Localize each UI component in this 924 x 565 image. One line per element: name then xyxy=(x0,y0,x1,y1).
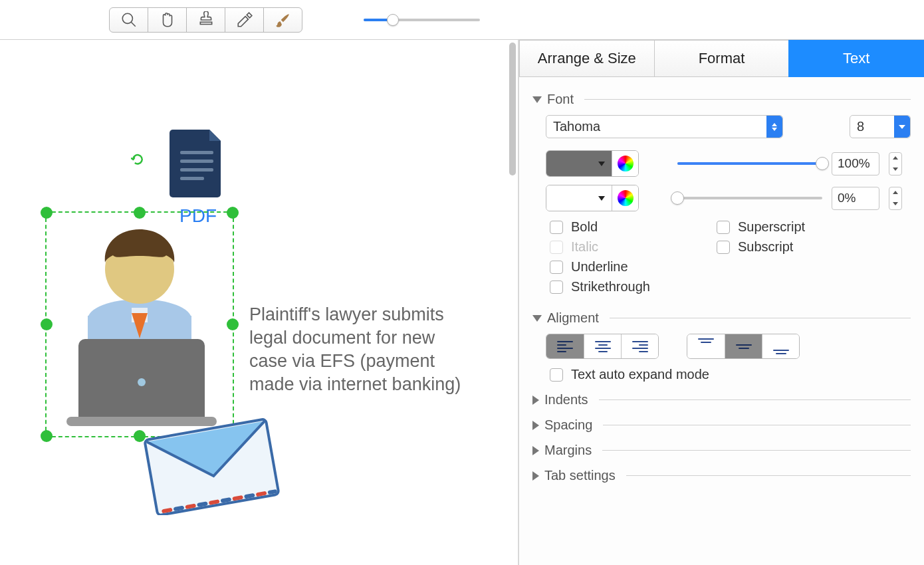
valign-middle-button[interactable] xyxy=(725,334,762,358)
check-superscript[interactable]: Superscript xyxy=(717,219,805,235)
check-strikethrough[interactable]: Strikethrough xyxy=(550,279,650,294)
section-spacing-title: Spacing xyxy=(544,417,592,433)
bg-opacity-stepper[interactable] xyxy=(889,187,902,210)
zoom-controls xyxy=(356,15,488,25)
hand-tool[interactable] xyxy=(148,7,187,33)
zoom-slider-thumb[interactable] xyxy=(387,14,399,26)
font-size-select[interactable]: 8 xyxy=(850,115,911,138)
font-size-value: 8 xyxy=(857,119,864,134)
rotate-handle-icon[interactable] xyxy=(131,153,144,168)
disclosure-right-icon xyxy=(532,421,539,430)
stepper-up-icon[interactable] xyxy=(889,153,901,164)
check-subscript-label: Subscript xyxy=(738,239,793,255)
section-tabsettings-title: Tab settings xyxy=(544,468,616,483)
text-opacity-stepper[interactable] xyxy=(889,152,902,175)
svg-line-25 xyxy=(211,502,217,503)
svg-point-19 xyxy=(138,378,146,386)
handle-top-right[interactable] xyxy=(227,207,239,219)
tab-arrange-size[interactable]: Arrange & Size xyxy=(519,40,655,77)
checkbox-icon xyxy=(717,221,730,234)
inspector-panel: Arrange & Size Format Text Font Tahoma 8 xyxy=(519,40,924,565)
section-alignment-title: Aligment xyxy=(547,310,599,326)
tab-format[interactable]: Format xyxy=(654,40,790,77)
text-color-swatch[interactable] xyxy=(546,151,612,176)
align-right-button[interactable] xyxy=(621,334,658,358)
magnifier-tool[interactable] xyxy=(109,7,148,33)
align-left-icon xyxy=(557,341,573,352)
vertical-scrollbar[interactable] xyxy=(507,40,518,565)
handle-bottom-left[interactable] xyxy=(41,430,53,442)
bg-color-swatch[interactable] xyxy=(546,185,612,211)
disclosure-right-icon xyxy=(532,471,539,481)
section-tabsettings-header[interactable]: Tab settings xyxy=(532,468,911,483)
check-bold[interactable]: Bold xyxy=(550,219,650,235)
tab-text[interactable]: Text xyxy=(788,40,924,77)
section-margins-title: Margins xyxy=(544,443,592,458)
caption-text[interactable]: Plaintiff's lawyer submits legal documen… xyxy=(249,303,462,396)
bg-color-picker[interactable] xyxy=(546,185,639,211)
text-opacity-value[interactable]: 100% xyxy=(832,152,879,175)
panel-body: Font Tahoma 8 xyxy=(519,77,924,489)
valign-top-icon xyxy=(698,338,714,354)
svg-rect-12 xyxy=(180,168,213,171)
svg-line-1 xyxy=(131,22,136,27)
color-wheel-button[interactable] xyxy=(612,185,638,211)
document-icon xyxy=(170,130,224,197)
check-underline[interactable]: Underline xyxy=(550,259,650,275)
check-italic: Italic xyxy=(550,239,650,255)
horizontal-align-segment xyxy=(546,334,659,359)
eyedropper-tool[interactable] xyxy=(225,7,264,33)
slider-thumb[interactable] xyxy=(816,157,829,170)
handle-top-left[interactable] xyxy=(41,207,53,219)
section-indents-header[interactable]: Indents xyxy=(532,392,911,407)
stepper-down-icon[interactable] xyxy=(889,164,901,175)
svg-line-28 xyxy=(246,495,253,497)
check-auto-expand[interactable]: Text auto expand mode xyxy=(550,367,911,382)
check-strike-label: Strikethrough xyxy=(571,279,650,294)
slider-thumb[interactable] xyxy=(671,191,684,205)
stamp-tool[interactable] xyxy=(186,7,225,33)
section-spacing-header[interactable]: Spacing xyxy=(532,417,911,433)
checkbox-icon xyxy=(550,368,563,382)
align-left-button[interactable] xyxy=(546,334,584,358)
section-font-header[interactable]: Font xyxy=(532,92,911,107)
checkbox-icon xyxy=(550,221,563,234)
check-superscript-label: Superscript xyxy=(738,219,805,235)
bg-color-row: 0% xyxy=(546,185,911,211)
handle-top-center[interactable] xyxy=(134,207,146,219)
envelope-icon xyxy=(143,412,283,515)
zoom-slider[interactable] xyxy=(364,19,480,21)
valign-bottom-button[interactable] xyxy=(762,334,799,358)
section-alignment-header[interactable]: Aligment xyxy=(532,310,911,326)
check-subscript[interactable]: Subscript xyxy=(717,239,805,255)
check-underline-label: Underline xyxy=(571,259,628,275)
scrollbar-thumb[interactable] xyxy=(509,43,516,175)
align-center-icon xyxy=(595,341,611,352)
valign-middle-icon xyxy=(736,338,752,354)
svg-rect-11 xyxy=(180,160,213,163)
align-center-button[interactable] xyxy=(584,334,621,358)
handle-mid-left[interactable] xyxy=(41,318,53,330)
canvas[interactable]: PDF xyxy=(0,40,519,565)
valign-top-button[interactable] xyxy=(687,334,725,358)
caption-content: Plaintiff's lawyer submits legal documen… xyxy=(249,304,461,394)
section-margins-header[interactable]: Margins xyxy=(532,443,911,458)
checkbox-icon xyxy=(550,241,563,254)
svg-line-24 xyxy=(199,504,206,505)
eyedropper-icon xyxy=(236,11,253,29)
svg-line-26 xyxy=(223,500,229,501)
font-family-select[interactable]: Tahoma xyxy=(546,115,783,138)
font-family-row: Tahoma 8 xyxy=(546,115,911,138)
check-auto-expand-label: Text auto expand mode xyxy=(571,367,709,382)
checkbox-icon xyxy=(550,261,563,274)
text-opacity-slider[interactable] xyxy=(677,162,822,165)
stepper-down-icon[interactable] xyxy=(889,198,901,209)
stepper-up-icon[interactable] xyxy=(889,187,901,199)
brush-tool[interactable] xyxy=(263,7,302,33)
color-wheel-button[interactable] xyxy=(612,151,638,176)
checkbox-icon xyxy=(550,281,563,294)
text-color-picker[interactable] xyxy=(546,150,639,177)
bg-opacity-slider[interactable] xyxy=(677,197,822,199)
checkbox-icon xyxy=(717,241,730,254)
bg-opacity-value[interactable]: 0% xyxy=(832,187,879,210)
